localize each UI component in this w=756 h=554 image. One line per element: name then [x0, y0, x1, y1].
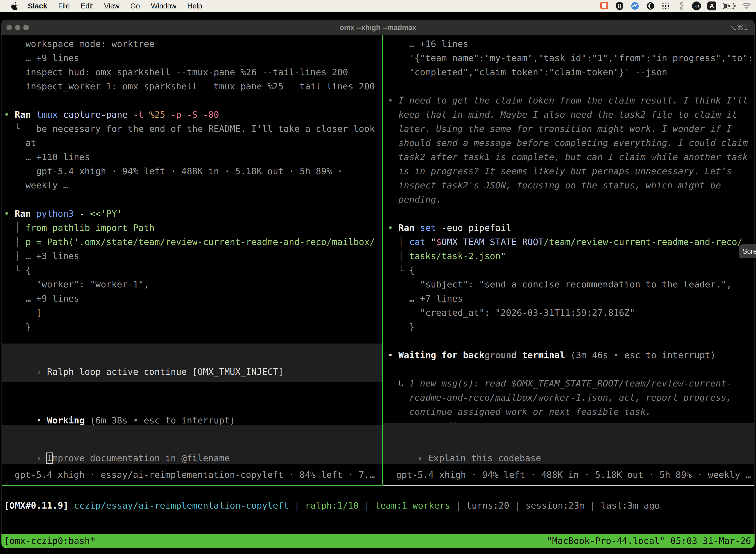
- terminal-pane-left: workspace_mode: worktree … +9 lines insp…: [4, 37, 375, 334]
- terminal-line: │ cat "$OMX_TEAM_STATE_ROOT/team/review-…: [388, 235, 753, 249]
- working-spinner: •: [36, 415, 47, 426]
- menu-items: FileEditViewGoWindowHelp: [47, 2, 202, 10]
- apple-icon[interactable]: [11, 2, 18, 10]
- terminal-line: • Ran set -euo pipefail: [388, 221, 753, 235]
- battery-badge-label: ..61: [693, 4, 699, 8]
- terminal-line: [4, 93, 375, 107]
- left-pane-statusline: gpt-5.4 xhigh · essay/ai-reimplementatio…: [15, 467, 375, 482]
- terminal-line: inspect task2's JSON, focusing on the st…: [388, 178, 753, 192]
- right-input-prompt: ›: [418, 453, 428, 463]
- left-input-placeholder: mprove documentation in @filename: [52, 453, 230, 463]
- terminal-line: '{"team_name":"my-team","task_id":"1","f…: [388, 51, 753, 65]
- terminal-line: should send a message before completing …: [388, 136, 753, 150]
- terminal-line: ]: [4, 306, 375, 320]
- terminal-line: at: [4, 136, 375, 150]
- menu-item-help[interactable]: Help: [187, 2, 202, 10]
- inject-prompt: ›: [36, 367, 47, 377]
- keyboard-layout-label: A: [710, 2, 714, 9]
- battery-badge-icon[interactable]: ..61: [692, 1, 701, 10]
- terminal-line: │ … +3 lines: [4, 249, 375, 263]
- pane-divider[interactable]: [382, 35, 383, 486]
- right-pane-bottom-border: [383, 485, 754, 486]
- right-input-line[interactable]: › Explain this codebase: [385, 437, 541, 451]
- menu-item-window[interactable]: Window: [151, 2, 176, 10]
- terminal-line: … +9 lines: [4, 51, 375, 65]
- tmux-status-bar: [omx-cczip0:bash* "MacBook-Pro-44.local"…: [1, 534, 755, 548]
- right-input-placeholder: Explain this codebase: [428, 453, 541, 463]
- desktop: { "menu_bar": { "app_name": "Slack", "it…: [0, 0, 756, 554]
- inject-text: Ralph loop active continue [OMX_TMUX_INJ…: [47, 367, 284, 377]
- terminal-line: readme-and-reco/mailbox/worker-1.json, a…: [388, 390, 753, 404]
- terminal-line: ↳ 1 new msg(s): read $OMX_TEAM_STATE_ROO…: [388, 376, 753, 390]
- terminal-line: weekly …: [4, 178, 375, 192]
- moon-icon[interactable]: [646, 1, 655, 10]
- window-title: omx --xhigh --madmax: [1, 20, 755, 35]
- working-status-line: • Working (6m 38s • esc to interrupt): [4, 399, 235, 413]
- terminal-line: task2 after task1 is complete, but can I…: [388, 150, 753, 164]
- terminal-line: │ from pathlib import Path: [4, 221, 375, 235]
- terminal-line: "worker": "worker-1",: [4, 277, 375, 291]
- window-titlebar[interactable]: omx --xhigh --madmax ⌥⌘1: [1, 20, 755, 35]
- shield-grid-icon[interactable]: [615, 1, 624, 10]
- keyboard-layout-icon[interactable]: A: [707, 1, 716, 10]
- terminal-line: gpt-5.4 xhigh · 94% left · 488K in · 5.1…: [4, 164, 375, 178]
- terminal-line: • Waiting for background terminal (3m 46…: [388, 348, 753, 362]
- tmux-session-label: [omx-cczip0:bash*: [4, 534, 95, 548]
- working-label: Working: [47, 415, 84, 426]
- terminal-line: inspect_worker-1: omx sparkshell --tmux-…: [4, 79, 375, 93]
- terminal-line: └ be necessary for the end of the README…: [4, 122, 375, 136]
- menu-item-edit[interactable]: Edit: [81, 2, 93, 10]
- dots-grid-icon[interactable]: [661, 1, 670, 10]
- screen-recording-icon[interactable]: [600, 1, 609, 10]
- terminal-line: • Ran python3 - <<'PY': [4, 207, 375, 221]
- terminal-line: inspect_hud: omx sparkshell --tmux-pane …: [4, 65, 375, 79]
- right-pane-statusline: gpt-5.4 xhigh · 94% left · 488K in · 5.1…: [396, 467, 751, 482]
- terminal-pane-right: … +16 lines '{"team_name":"my-team","tas…: [388, 37, 753, 433]
- terminal-line: │ p = Path('.omx/state/team/review-curre…: [4, 235, 375, 249]
- terminal-line: … +16 lines: [388, 37, 753, 51]
- terminal-line: }: [4, 320, 375, 334]
- terminal-line: [388, 79, 753, 93]
- menu-bar: Slack FileEditViewGoWindowHelp ..61 A: [0, 0, 756, 12]
- inject-banner-line: › Ralph loop active continue [OMX_TMUX_I…: [4, 350, 284, 365]
- tmux-host-time-label: "MacBook-Pro-44.local" 05:03 31-Mar-26: [547, 534, 751, 548]
- terminal-content: workspace_mode: worktree … +9 lines insp…: [1, 35, 755, 534]
- terminal-line: [4, 192, 375, 207]
- menu-item-file[interactable]: File: [58, 2, 70, 10]
- left-input-line[interactable]: › Improve documentation in @filename: [4, 437, 230, 451]
- terminal-line: └ {: [388, 263, 753, 277]
- terminal-line: … +9 lines: [4, 291, 375, 306]
- stats-icon[interactable]: [630, 1, 639, 10]
- terminal-line: pending.: [388, 192, 753, 207]
- terminal-cursor: I: [47, 453, 52, 463]
- squiggle-icon[interactable]: [677, 1, 686, 10]
- terminal-line: • Ran tmux capture-pane -t %25 -p -S -80: [4, 107, 375, 122]
- working-detail: (6m 38s • esc to interrupt): [84, 415, 235, 426]
- menu-item-view[interactable]: View: [104, 2, 119, 10]
- terminal-line: }: [388, 320, 753, 334]
- terminal-line: … +7 lines: [388, 291, 753, 306]
- terminal-line: … +110 lines: [4, 150, 375, 164]
- left-input-prompt: ›: [36, 453, 47, 463]
- terminal-line: • I need to get the claim token from the…: [388, 93, 753, 107]
- terminal-line: later. Using the same for transition mig…: [388, 122, 753, 136]
- terminal-line: keep that in mind. Maybe I also need the…: [388, 107, 753, 122]
- terminal-line: is in progress? It seems likely but perh…: [388, 164, 753, 178]
- terminal-line: [388, 334, 753, 348]
- terminal-line: │ tasks/task-2.json": [388, 249, 753, 263]
- wifi-icon[interactable]: [742, 1, 751, 10]
- terminal-window: omx --xhigh --madmax ⌥⌘1 workspace_mode:…: [1, 20, 755, 548]
- menu-app-name[interactable]: Slack: [28, 2, 47, 10]
- screen-overlay-text: Scre: [742, 247, 756, 256]
- left-pane-border: [2, 35, 2, 486]
- terminal-line: workspace_mode: worktree: [4, 37, 375, 51]
- battery-icon[interactable]: [723, 1, 736, 10]
- terminal-line: [388, 207, 753, 221]
- screen-overlay-tooltip[interactable]: Scre: [739, 244, 756, 258]
- window-shortcut-hint: ⌥⌘1: [729, 20, 748, 35]
- left-pane-bottom-border: [2, 485, 382, 486]
- terminal-line: continue assigned work or next feasible …: [388, 404, 753, 419]
- menu-item-go[interactable]: Go: [130, 2, 140, 10]
- terminal-line: [388, 362, 753, 376]
- omx-status-line: [OMX#0.11.9] cczip/essay/ai-reimplementa…: [4, 498, 660, 512]
